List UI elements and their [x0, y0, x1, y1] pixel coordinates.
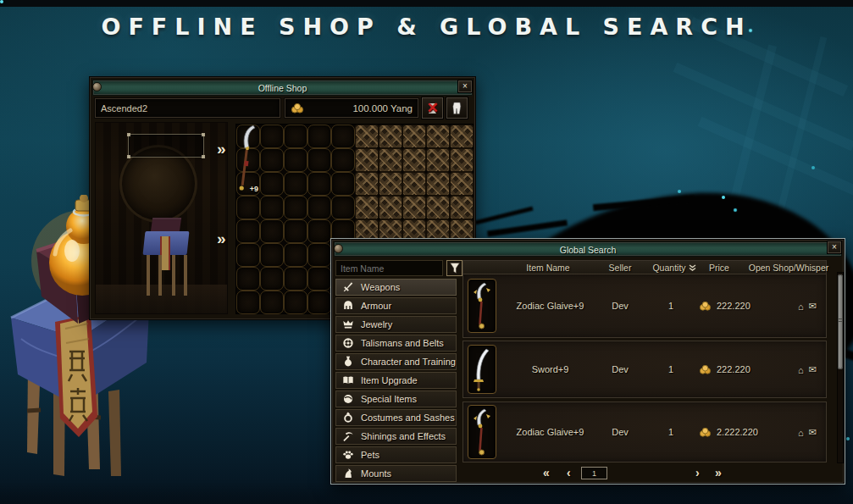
empty-slot[interactable] [284, 172, 307, 196]
result-seller: Dev [599, 364, 641, 374]
crown-icon [342, 318, 354, 330]
empty-slot[interactable] [331, 148, 355, 172]
results-scrollbar[interactable] [837, 272, 844, 463]
empty-slot[interactable] [260, 148, 284, 172]
locked-slot [379, 172, 402, 196]
empty-slot[interactable] [307, 148, 331, 172]
last-page-button[interactable]: » [715, 467, 722, 479]
empty-slot[interactable] [307, 196, 331, 219]
whisper-icon[interactable]: ✉ [809, 427, 817, 438]
enhancement-label: +9 [250, 185, 258, 193]
open-shop-icon[interactable]: ⌂ [798, 427, 804, 437]
item-slot[interactable] [468, 345, 496, 394]
open-shop-icon[interactable]: ⌂ [798, 301, 804, 311]
pagination: « ‹ 1 › » [463, 467, 827, 481]
shop-name-input[interactable] [95, 98, 280, 118]
result-item-name: Zodiac Glaive+9 [501, 301, 599, 311]
empty-slot[interactable] [284, 291, 307, 314]
filter-button[interactable] [446, 260, 463, 276]
category-talismans[interactable]: Talismans and Belts [335, 335, 457, 352]
empty-slot[interactable] [260, 196, 284, 219]
empty-slot[interactable] [260, 125, 284, 148]
col-item-name[interactable]: Item Name [526, 263, 569, 273]
first-page-button[interactable]: « [543, 467, 550, 479]
empty-slot[interactable] [307, 219, 331, 243]
result-row[interactable]: Zodiac Glaive+9 Dev 1 222.220 ⌂ ✉ [463, 274, 827, 338]
empty-slot[interactable] [284, 267, 307, 291]
empty-slot[interactable] [284, 196, 307, 219]
category-special-items[interactable]: Special Items [335, 390, 457, 407]
top-letterbox [0, 0, 853, 7]
shop-item-zodiac-glaive[interactable]: +9 [235, 124, 259, 195]
close-icon[interactable]: × [458, 80, 472, 92]
category-costumes-sashes[interactable]: Costumes and Sashes [335, 409, 457, 426]
result-row[interactable]: Zodiac Glaive+9 Dev 1 2.222.220 ⌂ ✉ [463, 402, 827, 462]
empty-slot[interactable] [284, 243, 307, 267]
category-weapons[interactable]: Weapons [335, 279, 457, 296]
category-item-upgrade[interactable]: Item Upgrade [335, 372, 457, 389]
empty-slot[interactable] [236, 219, 260, 243]
category-shinings-effects[interactable]: Shinings and Effects [335, 428, 457, 445]
empty-slot[interactable] [284, 148, 307, 172]
selection-frame [128, 134, 204, 158]
empty-slot[interactable] [236, 196, 260, 219]
prev-page-button[interactable]: ‹ [567, 467, 571, 479]
preview-stand-box [151, 218, 181, 232]
zodiac-glaive-icon [471, 407, 493, 457]
open-inventory-button[interactable] [446, 97, 468, 119]
empty-slot[interactable] [236, 291, 260, 314]
close-icon[interactable]: × [828, 241, 841, 253]
open-shop-icon[interactable]: ⌂ [798, 364, 804, 374]
item-slot[interactable] [468, 405, 496, 459]
category-jewelry[interactable]: Jewelry [335, 316, 457, 333]
orb-icon [342, 393, 354, 405]
whisper-icon[interactable]: ✉ [809, 364, 817, 375]
sort-icon[interactable] [689, 264, 696, 272]
empty-slot[interactable] [307, 125, 331, 148]
empty-slot[interactable] [307, 267, 331, 291]
category-character-training[interactable]: Character and Training [335, 353, 457, 370]
result-row[interactable]: Sword+9 Dev 1 222.220 ⌂ ✉ [463, 341, 827, 398]
whisper-icon[interactable]: ✉ [809, 301, 817, 312]
scrollbar-thumb[interactable] [838, 274, 843, 369]
yang-amount: 100.000 Yang [304, 103, 413, 114]
yang-coin-icon [699, 428, 712, 437]
category-mounts[interactable]: Mounts [335, 465, 457, 482]
empty-slot[interactable] [307, 291, 331, 314]
result-item-name: Sword+9 [501, 364, 599, 374]
pickaxe-icon [342, 430, 354, 442]
empty-slot[interactable] [307, 172, 331, 196]
transfer-arrow-top-icon[interactable]: » [217, 140, 224, 158]
col-seller[interactable]: Seller [609, 263, 632, 273]
empty-slot[interactable] [284, 125, 307, 148]
empty-slot[interactable] [236, 267, 260, 291]
empty-slot[interactable] [331, 196, 355, 219]
empty-slot[interactable] [331, 172, 355, 196]
category-armour[interactable]: Armour [335, 297, 457, 314]
flask-icon [342, 356, 354, 368]
remove-shop-button[interactable]: ✕ [422, 97, 443, 119]
yang-coin-icon [699, 365, 712, 374]
locked-slot [450, 172, 474, 196]
item-name-search-input[interactable] [335, 260, 443, 276]
empty-slot[interactable] [260, 267, 284, 291]
next-page-button[interactable]: › [695, 467, 700, 479]
empty-slot[interactable] [260, 172, 284, 196]
empty-slot[interactable] [331, 125, 355, 148]
category-pets[interactable]: Pets [335, 446, 457, 463]
empty-slot[interactable] [260, 219, 284, 243]
col-quantity[interactable]: Quantity [652, 263, 685, 273]
page-title: OFFLINE SHOP & GLOBAL SEARCH [0, 14, 853, 40]
col-price[interactable]: Price [709, 263, 729, 273]
empty-slot[interactable] [236, 243, 260, 267]
empty-slot[interactable] [260, 291, 284, 314]
locked-slot [402, 196, 426, 219]
col-open-shop-whisper[interactable]: Open Shop/Whisper [749, 263, 829, 273]
empty-slot[interactable] [307, 243, 331, 267]
offline-shop-titlebar[interactable]: Offline Shop [92, 80, 473, 96]
empty-slot[interactable] [260, 243, 284, 267]
transfer-arrow-bottom-icon[interactable]: » [217, 230, 224, 248]
result-quantity: 1 [654, 301, 688, 311]
item-slot[interactable] [468, 279, 496, 333]
empty-slot[interactable] [284, 219, 307, 243]
